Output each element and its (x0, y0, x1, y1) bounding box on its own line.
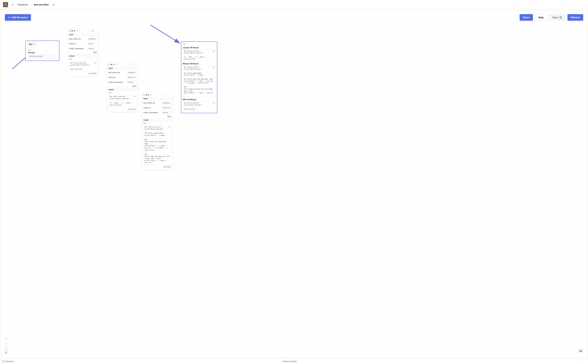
end-node[interactable]: end Llama2-7B Result def hello_world(): … (181, 41, 217, 113)
releases-link[interactable]: Releases (2, 360, 14, 363)
node-ai0[interactable]: ai_0 − ⋯ input bad_words_listundefined m… (67, 28, 99, 76)
more-link[interactable]: More (107, 84, 138, 88)
play-icon (33, 43, 35, 45)
copy-icon[interactable] (94, 62, 96, 64)
field-value[interactable]: undefined (87, 37, 97, 40)
field-value[interactable]: instill-ai (127, 80, 136, 84)
svg-rect-6 (7, 4, 8, 5)
more-link[interactable]: More (68, 51, 99, 54)
breadcrumb-current: test-oss-llms (34, 3, 48, 6)
field-value[interactable]: mpt-7b (87, 42, 97, 45)
output-section-label: output (68, 54, 99, 58)
field-key: bad_words_list (69, 38, 86, 40)
result-code-llama2: def hello_world(): print("Hello, World!"… (183, 49, 216, 61)
field-value[interactable]: mistral-7b (161, 106, 171, 109)
prompt-input[interactable]: def hello_world(): (28, 54, 57, 58)
field-value[interactable]: instill-ai (87, 47, 97, 50)
copy-icon[interactable] (213, 50, 215, 52)
minimap-button[interactable] (578, 348, 583, 354)
field-key: model_id (108, 76, 125, 78)
lock-button[interactable] (4, 351, 8, 354)
minimize-icon[interactable]: − (88, 29, 91, 32)
field-value[interactable]: undefined (161, 101, 171, 104)
svg-point-28 (70, 30, 70, 30)
field-key: model_namespace (143, 112, 160, 114)
canvas-wrap: + Add Resource Share Stop Save Release (0, 9, 588, 358)
svg-point-36 (109, 65, 110, 65)
minimize-icon[interactable]: − (162, 93, 165, 96)
svg-rect-44 (169, 127, 170, 128)
edit-name-icon[interactable] (52, 3, 55, 6)
svg-rect-2 (5, 3, 6, 4)
result-code-mistral: def hello_world(): print("Hello World") … (183, 65, 216, 97)
node-ai1-title: ai_1 (111, 63, 114, 65)
more-icon[interactable]: ⋯ (95, 29, 97, 32)
svg-rect-47 (214, 103, 214, 104)
app-logo[interactable] (3, 2, 8, 7)
node-ai1[interactable]: ai_1 − ⋯ input bad_words_listundefined m… (107, 62, 138, 112)
output-section-label: output (107, 88, 138, 91)
more-icon[interactable]: ⋯ (134, 63, 137, 66)
copy-icon[interactable] (213, 66, 215, 68)
field-value[interactable]: llama2-7b (127, 76, 136, 79)
result-title-llama2: Llama2-7B Result (183, 46, 216, 49)
svg-point-31 (92, 31, 93, 31)
run-label: Run (29, 43, 33, 45)
zoom-in-button[interactable]: + (4, 337, 8, 341)
end-label: end (183, 43, 216, 45)
zoom-controls: + − (4, 337, 8, 354)
edit-icon[interactable] (76, 29, 79, 32)
svg-point-35 (108, 65, 109, 65)
svg-rect-8 (5, 5, 7, 7)
add-resource-button[interactable]: + Add Resource (5, 14, 31, 21)
more-link[interactable]: More (142, 115, 173, 118)
canvas[interactable]: + Add Resource Share Stop Save Release (1, 10, 587, 358)
zoom-out-button[interactable]: − (4, 342, 8, 345)
svg-rect-48 (5, 352, 7, 353)
field-key: bad_words_list (143, 102, 160, 104)
edit-icon[interactable] (150, 93, 153, 96)
start-node[interactable]: Run start Prompt def hello_world(): (25, 40, 60, 61)
svg-point-30 (70, 31, 70, 31)
breadcrumb-sep: / (31, 3, 31, 6)
output-codebox: def hello_world(): print("Hello World") … (143, 125, 171, 165)
breadcrumb-root[interactable]: Pipelines (18, 3, 28, 6)
svg-point-41 (143, 95, 144, 95)
gear-icon[interactable] (131, 63, 133, 66)
svg-point-37 (132, 64, 132, 65)
run-button[interactable]: Run (27, 42, 37, 46)
svg-rect-9 (7, 5, 8, 7)
svg-point-33 (108, 64, 109, 64)
save-label: Save (552, 16, 558, 19)
ai-icon (69, 30, 71, 32)
minimize-icon[interactable]: − (127, 63, 130, 66)
svg-rect-5 (5, 4, 7, 5)
more-icon[interactable]: ⋯ (169, 93, 172, 96)
result-code-mpt: def hello_world(): print("Hello World!")… (183, 101, 216, 111)
pipeline-version: Pipeline (latest) (15, 360, 564, 363)
field-value[interactable]: undefined (127, 71, 136, 74)
svg-rect-7 (3, 5, 5, 7)
field-key: model_id (69, 43, 86, 45)
text-label: text (68, 58, 99, 60)
copy-icon[interactable] (133, 95, 136, 98)
field-key: model_namespace (69, 48, 86, 50)
result-title-mpt: MPT-7B Result (183, 98, 216, 101)
release-button[interactable]: Release (568, 14, 583, 21)
stop-button[interactable]: Stop (535, 14, 547, 21)
fit-view-button[interactable] (4, 346, 8, 350)
gear-icon[interactable] (166, 93, 168, 96)
copy-icon[interactable] (213, 102, 215, 104)
field-value[interactable]: instill-ai (161, 111, 171, 114)
output-section-label: output (142, 118, 173, 122)
output-codebox: def hello_world(): print("Hello World!")… (69, 61, 97, 71)
node-ai2-title: ai_2 (146, 94, 149, 96)
save-button[interactable]: Save (549, 14, 565, 21)
gear-icon[interactable] (91, 29, 94, 32)
copy-icon[interactable] (168, 126, 171, 128)
share-button[interactable]: Share (520, 14, 533, 21)
edit-icon[interactable] (115, 63, 118, 66)
output-codebox: def hello_world(): print("Hello, World!"… (108, 95, 136, 107)
back-icon[interactable] (11, 3, 14, 6)
node-ai2[interactable]: ai_2 − ⋯ input bad_words_listundefined m… (142, 92, 173, 169)
